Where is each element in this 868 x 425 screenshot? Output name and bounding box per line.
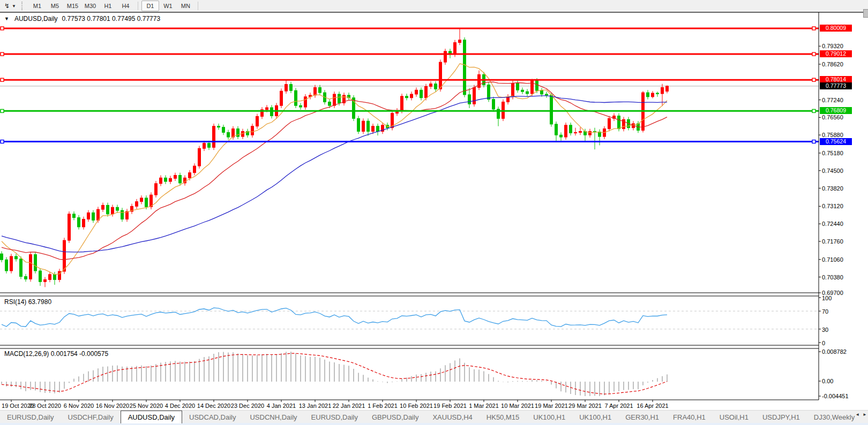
candle-body — [406, 96, 408, 98]
candle-body — [574, 132, 577, 133]
candle-body — [218, 126, 220, 127]
price-tick-label: 0.73120 — [822, 203, 843, 209]
candle-body — [83, 219, 85, 226]
candle-body — [10, 256, 13, 271]
chart-title-caret-icon[interactable]: ▼ — [4, 16, 9, 21]
candle-body — [68, 214, 71, 240]
price-tick-label: 0.73820 — [822, 185, 843, 192]
level-line-handle — [1, 109, 4, 112]
candle-body — [92, 212, 95, 220]
candle-body — [661, 87, 664, 94]
candle-body — [49, 275, 51, 280]
candle-body — [15, 256, 18, 259]
tab-scroll-left-icon[interactable]: ◄ — [855, 412, 859, 417]
candle-body — [25, 277, 27, 279]
chart-tab-gbpusd-daily[interactable]: GBPUSD,Daily — [365, 411, 425, 423]
candle-body — [666, 86, 669, 92]
candle-body — [155, 184, 158, 195]
chart-tab-xauusd-h4[interactable]: XAUUSD,H4 — [425, 411, 479, 423]
price-tick-label: 0.77240 — [822, 97, 843, 103]
date-label: 25 Nov 2020 — [129, 403, 163, 409]
candle-body — [377, 126, 379, 132]
rsi-tick-label: 0 — [822, 340, 825, 346]
candle-body — [410, 94, 413, 98]
chart-tab-hk50-m15[interactable]: HK50,M15 — [480, 411, 526, 423]
chart-tab-eurusd-daily[interactable]: EURUSD,Daily — [304, 411, 365, 423]
chart-tab-usdjpy-h1[interactable]: USDJPY,H1 — [755, 411, 807, 423]
chart-tab-bar: EURUSD,DailyUSDCHF,DailyAUDUSD,DailyUSDC… — [0, 410, 868, 423]
mt4-chart-window: ↯ ▼ M1M5M15M30H1H4D1W1MN ▼ AUDUSD,Daily … — [0, 0, 868, 425]
chart-tab-usdchf-daily[interactable]: USDCHF,Daily — [61, 411, 120, 423]
candle-body — [193, 166, 196, 173]
candle-body — [227, 132, 230, 137]
candle-body — [608, 118, 611, 128]
price-tick-label: 0.71760 — [822, 238, 843, 245]
moving-average-20 — [2, 82, 667, 260]
candle-body — [333, 94, 336, 105]
candle-body — [454, 42, 457, 54]
candle-body — [598, 132, 601, 136]
chart-tab-dj30-weekly[interactable]: DJ30,Weekly — [807, 411, 862, 423]
macd-tick-label: 0.008782 — [822, 348, 847, 355]
candle-body — [656, 93, 659, 94]
candle-body — [266, 108, 268, 110]
date-label: 14 Dec 2020 — [197, 403, 231, 409]
chart-tab-uk100-h1[interactable]: UK100,H1 — [572, 411, 618, 423]
candle-body — [488, 85, 490, 100]
chart-tab-usdcad-daily[interactable]: USDCAD,Daily — [182, 411, 243, 423]
price-tick-label: 0.71060 — [822, 256, 843, 263]
candle-body — [208, 143, 211, 148]
candle-body — [473, 87, 476, 104]
chart-tab-ger30-h1[interactable]: GER30,H1 — [618, 411, 666, 423]
candle-body — [213, 126, 215, 148]
candle-body — [189, 173, 191, 178]
level-line-handle — [1, 27, 4, 30]
chart-tab-audusd-daily[interactable]: AUDUSD,Daily — [121, 411, 182, 423]
candle-body — [492, 100, 495, 109]
tab-scroll-right-icon[interactable]: ► — [863, 412, 867, 417]
candle-body — [136, 202, 138, 207]
candle-body — [459, 40, 461, 43]
rsi-pane-label: RSI(14) 63.7980 — [4, 298, 51, 306]
chart-tab-usoil-h1[interactable]: USOil,H1 — [713, 411, 755, 423]
candle-body — [328, 102, 331, 105]
candle-body — [256, 116, 259, 126]
candle-body — [536, 81, 538, 90]
candle-body — [304, 97, 307, 107]
candle-body — [300, 105, 302, 107]
price-tick-label: 0.70380 — [822, 274, 843, 280]
candle-body — [338, 94, 341, 103]
candle-body — [652, 93, 654, 97]
candle-body — [203, 143, 206, 149]
candle-body — [116, 207, 119, 210]
chart-tab-eurusd-daily[interactable]: EURUSD,Daily — [0, 411, 61, 423]
candle-body — [314, 87, 317, 95]
date-label: 23 Dec 2020 — [230, 403, 265, 409]
candle-body — [39, 271, 42, 282]
candle-body — [20, 259, 23, 277]
candle-body — [73, 214, 76, 218]
chart-tab-uk100-h1[interactable]: UK100,H1 — [526, 411, 572, 423]
candle-body — [319, 87, 321, 93]
candle-body — [589, 131, 592, 135]
candle-body — [102, 205, 104, 209]
candle-body — [251, 126, 254, 135]
price-tick-label: 0.75880 — [822, 132, 843, 138]
chart-ohlc-values: 0.77573 0.77801 0.77495 0.77773 — [62, 15, 161, 22]
price-level-badge: 0.75624 — [820, 138, 852, 145]
splitter-handle[interactable] — [863, 9, 868, 18]
candle-body — [618, 116, 620, 128]
candle-body — [560, 135, 563, 137]
candle-body — [111, 207, 114, 214]
price-level-badge: 0.79012 — [820, 50, 852, 57]
candle-body — [362, 121, 365, 131]
candle-body — [5, 260, 8, 271]
chart-tab-usdcnh-daily[interactable]: USDCNH,Daily — [243, 411, 304, 423]
candle-body — [565, 125, 567, 137]
candle-body — [430, 84, 432, 87]
chart-plot-area[interactable] — [0, 0, 868, 425]
moving-average-50 — [2, 96, 667, 252]
date-label: 16 Apr 2021 — [635, 403, 670, 409]
level-line-handle — [1, 140, 4, 143]
chart-tab-fra40-h1[interactable]: FRA40,H1 — [666, 411, 713, 423]
